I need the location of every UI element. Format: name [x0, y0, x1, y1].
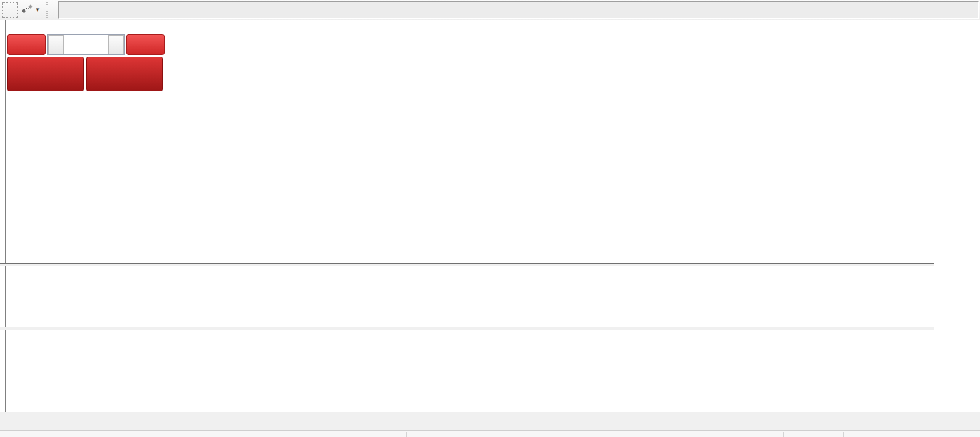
- volume-decrease-button[interactable]: [48, 35, 64, 54]
- chevron-down-icon: ▼: [35, 7, 41, 13]
- arrows-tool-button[interactable]: ▼: [19, 2, 43, 18]
- buy-price-display[interactable]: [86, 57, 163, 91]
- rsi-pane-canvas[interactable]: [6, 330, 934, 396]
- chart-title: [9, 23, 12, 32]
- rsi-pane-splitter[interactable]: [0, 327, 980, 330]
- time-axis[interactable]: [6, 396, 934, 412]
- volume-stepper: [47, 34, 125, 55]
- terminal-window: ▼: [0, 0, 980, 437]
- toolbar-empty-well: [58, 1, 979, 19]
- macd-pane-canvas[interactable]: [6, 266, 934, 327]
- toolbar: ▼: [0, 0, 980, 20]
- price-axis[interactable]: [934, 20, 980, 412]
- status-bar: [0, 430, 980, 437]
- buy-button[interactable]: [126, 34, 165, 55]
- arrows-icon: [21, 3, 33, 17]
- one-click-trading-panel: [7, 34, 165, 91]
- sell-price-display[interactable]: [7, 57, 84, 91]
- text-tool-button[interactable]: [2, 2, 18, 18]
- toolbar-grip: [45, 2, 50, 18]
- macd-pane-splitter[interactable]: [0, 263, 980, 266]
- chart-tab-bar: [0, 412, 980, 430]
- chart-left-border: [5, 20, 6, 412]
- volume-increase-button[interactable]: [108, 35, 124, 54]
- sell-button[interactable]: [7, 34, 46, 55]
- volume-input[interactable]: [64, 35, 108, 54]
